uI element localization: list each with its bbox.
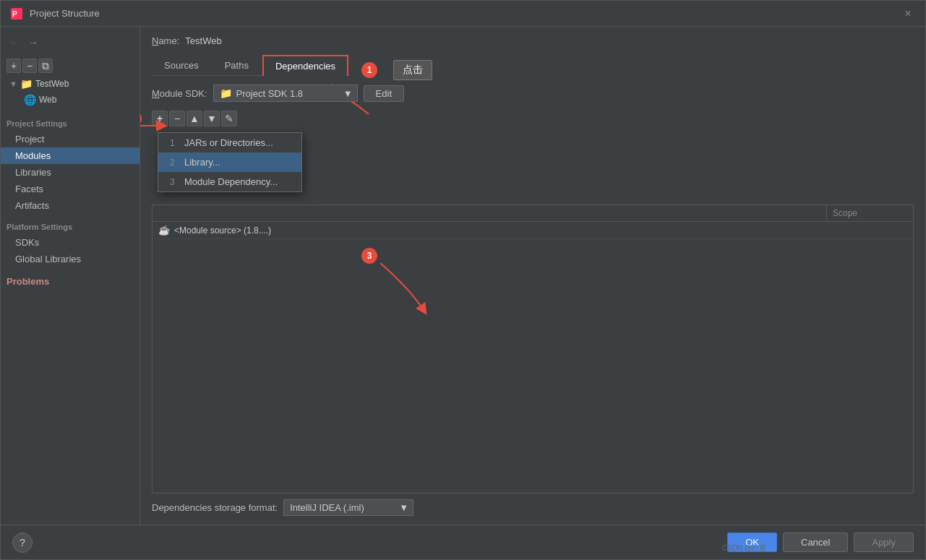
menu-label-jars: JARs or Directories... xyxy=(184,137,273,148)
tree-item-label: TestWeb xyxy=(35,79,69,89)
platform-settings-label: Platform Settings xyxy=(1,214,140,234)
sdk-row-text: <Module source> (1.8....) xyxy=(174,225,271,236)
menu-item-jars[interactable]: 1 JARs or Directories... xyxy=(158,133,301,152)
expand-icon: ▼ xyxy=(9,79,17,88)
web-icon: 🌐 xyxy=(24,94,36,105)
main-content: ← → + − ⧉ ▼ 📁 TestWeb 🌐 Web xyxy=(1,27,925,525)
storage-format-dropdown[interactable]: IntelliJ IDEA (.iml) ▼ xyxy=(283,499,413,516)
tree-area: + − ⧉ ▼ 📁 TestWeb 🌐 Web xyxy=(1,56,140,108)
tree-add-button[interactable]: + xyxy=(7,59,21,73)
sdk-value: Project SDK 1.8 xyxy=(236,88,304,99)
storage-format-label: Dependencies storage format: xyxy=(152,502,278,513)
tree-item-testweb[interactable]: ▼ 📁 TestWeb xyxy=(4,76,137,92)
cancel-button[interactable]: Cancel xyxy=(783,533,848,552)
menu-item-library[interactable]: 2 Library... xyxy=(158,152,301,172)
step2-badge: 2 xyxy=(140,111,142,126)
sidebar-item-facets[interactable]: Facets xyxy=(1,181,140,197)
deps-up-button[interactable]: ▲ xyxy=(187,111,202,126)
deps-add-button[interactable]: + xyxy=(152,111,168,126)
nav-back-button[interactable]: ← xyxy=(7,35,22,50)
folder-icon: 📁 xyxy=(20,78,33,90)
apply-button[interactable]: Apply xyxy=(854,533,914,552)
name-value: TestWeb xyxy=(185,35,221,46)
storage-dropdown-arrow-icon: ▼ xyxy=(399,502,408,513)
deps-col-scope-header: Scope xyxy=(826,205,913,221)
tree-toolbar: + − ⧉ xyxy=(4,56,137,76)
project-structure-dialog: P Project Structure × ← → + − ⧉ xyxy=(0,0,926,560)
menu-num-3: 3 xyxy=(170,177,179,187)
menu-label-module-dep: Module Dependency... xyxy=(184,176,278,187)
step1-badge: 1 xyxy=(361,62,377,78)
dialog-title: Project Structure xyxy=(30,8,899,19)
sidebar-item-global-libraries[interactable]: Global Libraries xyxy=(1,251,140,267)
svg-text:P: P xyxy=(12,10,17,18)
nav-arrows: ← → xyxy=(1,33,140,56)
name-row: Name: TestWeb xyxy=(152,35,914,46)
sidebar-item-sdks[interactable]: SDKs xyxy=(1,234,140,251)
tab-sources[interactable]: Sources xyxy=(152,55,211,75)
tree-copy-button[interactable]: ⧉ xyxy=(38,59,53,73)
close-button[interactable]: × xyxy=(899,5,917,22)
sidebar-item-modules[interactable]: Modules xyxy=(1,147,140,164)
deps-row-sdk[interactable]: ☕ <Module source> (1.8....) xyxy=(153,222,913,239)
deps-col-name-header xyxy=(153,205,826,221)
ok-button[interactable]: OK xyxy=(727,533,777,552)
tree-child-label: Web xyxy=(39,95,56,105)
menu-num-2: 2 xyxy=(170,158,179,168)
sidebar-item-libraries[interactable]: Libraries xyxy=(1,164,140,181)
app-icon: P xyxy=(9,7,24,21)
sidebar: ← → + − ⧉ ▼ 📁 TestWeb 🌐 Web xyxy=(1,27,140,525)
deps-down-button[interactable]: ▼ xyxy=(204,111,220,126)
deps-area: 1 JARs or Directories... 2 Library... 3 … xyxy=(152,132,914,516)
edit-sdk-button[interactable]: Edit xyxy=(364,85,404,102)
step3-badge: 3 xyxy=(361,248,377,264)
tree-remove-button[interactable]: − xyxy=(22,59,37,73)
deps-remove-button[interactable]: − xyxy=(169,111,185,126)
title-bar: P Project Structure × xyxy=(1,1,925,27)
deps-toolbar-row: 2 + − ▲ ▼ ✎ xyxy=(152,111,914,129)
sdk-row-icon: ☕ xyxy=(158,225,170,236)
step3-area: 3 xyxy=(361,248,382,264)
module-sdk-label: Module SDK: xyxy=(152,88,207,99)
deps-toolbar: + − ▲ ▼ ✎ xyxy=(152,111,237,126)
menu-item-module-dep[interactable]: 3 Module Dependency... xyxy=(158,172,301,191)
add-dropdown-menu: 1 JARs or Directories... 2 Library... 3 … xyxy=(158,132,302,192)
sdk-dropdown[interactable]: 📁 Project SDK 1.8 ▼ xyxy=(213,85,358,102)
name-label: Name: xyxy=(152,35,179,46)
tab-dependencies[interactable]: Dependencies xyxy=(262,55,348,76)
tree-item-web[interactable]: 🌐 Web xyxy=(4,92,137,108)
dialog-footer: ? OK Cancel Apply xyxy=(1,525,925,559)
deps-edit-button[interactable]: ✎ xyxy=(221,111,237,126)
chinese-action-button[interactable]: 点击 xyxy=(393,60,432,80)
sdk-dropdown-arrow-icon: ▼ xyxy=(343,88,353,99)
bottom-row: Dependencies storage format: IntelliJ ID… xyxy=(152,494,914,516)
menu-label-library: Library... xyxy=(184,157,220,168)
sidebar-item-artifacts[interactable]: Artifacts xyxy=(1,197,140,214)
deps-table: Scope ☕ <Module source> (1.8....) xyxy=(152,204,914,494)
sdk-folder-icon: 📁 xyxy=(220,87,232,99)
project-settings-label: Project Settings xyxy=(1,113,140,131)
tab-paths[interactable]: Paths xyxy=(213,55,261,75)
module-sdk-row: Module SDK: 📁 Project SDK 1.8 ▼ Edit xyxy=(152,85,914,102)
help-button[interactable]: ? xyxy=(12,533,33,553)
sidebar-problems[interactable]: Problems xyxy=(1,267,140,290)
deps-table-header: Scope xyxy=(153,205,913,222)
nav-forward-button[interactable]: → xyxy=(25,35,41,50)
tabs-row: Sources Paths Dependencies xyxy=(152,55,350,76)
storage-format-value: IntelliJ IDEA (.iml) xyxy=(290,502,364,513)
menu-num-1: 1 xyxy=(170,138,179,148)
right-panel: Name: TestWeb Sources Paths Dependencies… xyxy=(140,27,925,525)
sidebar-item-project[interactable]: Project xyxy=(1,131,140,147)
step1-group: 1 点击 xyxy=(361,60,432,80)
